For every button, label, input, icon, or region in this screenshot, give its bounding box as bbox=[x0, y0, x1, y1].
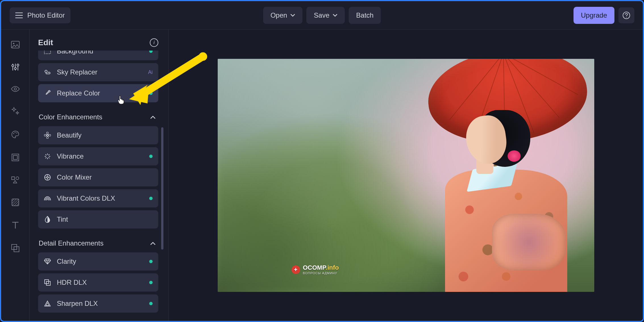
rail-texture-icon[interactable] bbox=[11, 198, 19, 206]
svg-point-4 bbox=[14, 68, 16, 70]
open-button[interactable]: Open bbox=[263, 7, 303, 24]
scrollbar[interactable] bbox=[161, 127, 163, 250]
chevron-up-icon bbox=[150, 116, 155, 119]
rail-overlay-icon[interactable] bbox=[11, 244, 20, 252]
watermark: + OCOMP.info ВОПРОСЫ АДМИНУ bbox=[292, 265, 339, 275]
flower-icon bbox=[44, 132, 51, 139]
app-title-button[interactable]: Photo Editor bbox=[10, 7, 70, 23]
svg-point-5 bbox=[17, 64, 19, 66]
rail-text-icon[interactable] bbox=[12, 221, 19, 229]
svg-point-25 bbox=[47, 176, 48, 178]
svg-point-13 bbox=[16, 177, 19, 180]
ai-badge: Ai bbox=[148, 69, 153, 75]
svg-point-19 bbox=[47, 134, 48, 136]
item-vibrant-colors-dlx[interactable]: Vibrant Colors DLX bbox=[38, 189, 158, 207]
canvas: + OCOMP.info ВОПРОСЫ АДМИНУ bbox=[169, 30, 643, 321]
upgrade-button[interactable]: Upgrade bbox=[574, 7, 614, 24]
item-clarity[interactable]: Clarity bbox=[38, 252, 158, 271]
item-background[interactable]: Background bbox=[38, 51, 158, 60]
svg-point-18 bbox=[45, 70, 47, 72]
item-beautify[interactable]: Beautify bbox=[38, 126, 158, 144]
chevron-down-icon bbox=[290, 14, 295, 17]
item-replace-color[interactable]: Replace Color bbox=[38, 84, 158, 102]
upgrade-label: Upgrade bbox=[581, 11, 607, 19]
wheel-icon bbox=[44, 174, 51, 181]
item-label: Sky Replacer bbox=[57, 68, 97, 76]
stack-icon bbox=[44, 279, 51, 286]
chevron-up-icon bbox=[150, 242, 155, 245]
info-button[interactable]: i bbox=[150, 38, 158, 47]
eyedropper-icon bbox=[44, 90, 51, 97]
rail-frame-icon[interactable] bbox=[11, 153, 19, 161]
panel-title: Edit bbox=[38, 38, 53, 47]
watermark-sub: ВОПРОСЫ АДМИНУ bbox=[303, 272, 339, 275]
photo-preview[interactable]: + OCOMP.info ВОПРОСЫ АДМИНУ bbox=[218, 59, 594, 292]
svg-point-22 bbox=[44, 134, 46, 136]
panel-scroll[interactable]: Background Sky Replacer Ai bbox=[38, 51, 163, 321]
svg-point-9 bbox=[16, 132, 17, 134]
status-dot bbox=[149, 281, 153, 284]
sky-icon bbox=[44, 68, 51, 76]
status-dot bbox=[149, 155, 153, 158]
save-button[interactable]: Save bbox=[306, 7, 345, 24]
svg-point-6 bbox=[14, 88, 16, 90]
rail-shapes-icon[interactable] bbox=[11, 176, 20, 184]
status-dot bbox=[149, 302, 153, 305]
edit-panel: Edit i Background bbox=[30, 30, 169, 321]
svg-rect-10 bbox=[12, 154, 19, 161]
hamburger-icon bbox=[15, 12, 23, 19]
main: Edit i Background bbox=[1, 30, 643, 321]
rail-palette-icon[interactable] bbox=[11, 130, 20, 139]
item-label: HDR DLX bbox=[57, 279, 87, 286]
status-dot bbox=[149, 197, 153, 200]
rainbow-icon bbox=[44, 195, 51, 202]
help-icon bbox=[622, 11, 630, 19]
status-dot bbox=[149, 260, 153, 263]
item-vibrance[interactable]: Vibrance bbox=[38, 147, 158, 165]
watermark-main: OCOMP bbox=[303, 264, 326, 271]
svg-point-21 bbox=[47, 136, 48, 139]
svg-point-8 bbox=[14, 132, 16, 133]
status-dot bbox=[149, 51, 153, 53]
section-title: Detail Enhancements bbox=[39, 239, 103, 247]
item-label: Tint bbox=[57, 215, 68, 223]
batch-button[interactable]: Batch bbox=[349, 7, 381, 24]
svg-point-2 bbox=[13, 43, 14, 44]
svg-point-20 bbox=[47, 132, 48, 134]
svg-point-7 bbox=[13, 133, 14, 134]
watermark-suffix: .info bbox=[326, 264, 339, 271]
item-label: Clarity bbox=[57, 257, 76, 265]
item-color-mixer[interactable]: Color Mixer bbox=[38, 168, 158, 186]
item-label: Beautify bbox=[57, 131, 82, 139]
item-label: Vibrance bbox=[57, 152, 84, 160]
rail-image-icon[interactable] bbox=[11, 41, 20, 48]
item-hdr-dlx[interactable]: HDR DLX bbox=[38, 273, 158, 292]
item-label: Sharpen DLX bbox=[57, 300, 98, 308]
item-label: Color Mixer bbox=[57, 173, 92, 181]
rail-sparkle-icon[interactable] bbox=[11, 107, 20, 115]
svg-point-23 bbox=[49, 134, 51, 136]
plus-icon: + bbox=[292, 265, 300, 274]
item-sharpen-dlx[interactable]: Sharpen DLX bbox=[38, 294, 158, 313]
section-detail-enhancements[interactable]: Detail Enhancements bbox=[38, 231, 158, 252]
item-label: Replace Color bbox=[57, 89, 100, 97]
item-sky-replacer[interactable]: Sky Replacer Ai bbox=[38, 63, 158, 81]
item-label: Vibrant Colors DLX bbox=[57, 194, 115, 202]
item-tint[interactable]: Tint bbox=[38, 210, 158, 228]
help-button[interactable] bbox=[618, 7, 634, 23]
drop-icon bbox=[44, 216, 51, 223]
background-icon bbox=[44, 51, 51, 55]
burst-icon bbox=[44, 153, 51, 160]
save-label: Save bbox=[314, 11, 329, 19]
rail-adjust-icon[interactable] bbox=[11, 63, 20, 71]
section-color-enhancements[interactable]: Color Enhancements bbox=[38, 105, 158, 126]
app-frame: Photo Editor Open Save Batch Upgrade bbox=[0, 0, 644, 322]
triangle-icon bbox=[44, 300, 51, 307]
svg-rect-12 bbox=[12, 177, 14, 180]
section-brightness[interactable]: Brightness bbox=[38, 315, 158, 321]
status-dot bbox=[149, 92, 153, 95]
batch-label: Batch bbox=[356, 11, 373, 19]
section-title: Color Enhancements bbox=[39, 113, 102, 121]
svg-point-3 bbox=[12, 65, 14, 67]
rail-eye-icon[interactable] bbox=[11, 86, 20, 92]
